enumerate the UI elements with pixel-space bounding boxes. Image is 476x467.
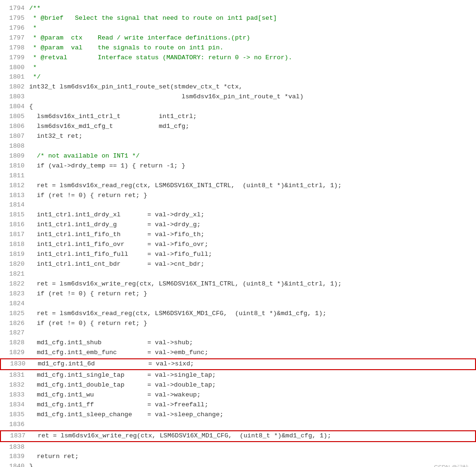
line-content: ret = lsm6dsv16x_read_reg(ctx, LSM6DSV16…	[29, 309, 326, 319]
table-row: 1821	[0, 269, 476, 279]
line-number: 1801	[2, 72, 24, 82]
line-number: 1820	[2, 260, 24, 269]
table-row: 1820 int1_ctrl.int1_cnt_bdr = val->cnt_b…	[0, 260, 476, 269]
line-content: if (ret != 0) { return ret; }	[29, 319, 147, 329]
table-row: 1823 if (ret != 0) { return ret; }	[0, 289, 476, 299]
table-row: 1839 return ret;	[0, 452, 476, 462]
line-number: 1796	[2, 24, 24, 33]
line-content: ret = lsm6dsv16x_write_reg(ctx, LSM6DSV1…	[29, 279, 341, 289]
table-row: 1794/**	[0, 4, 476, 14]
line-number: 1808	[2, 142, 24, 151]
table-row: 1808	[0, 142, 476, 151]
line-content: {	[29, 102, 33, 112]
line-content: * @retval Interface status (MANDATORY: r…	[29, 53, 292, 63]
line-number: 1830	[3, 359, 25, 369]
table-row: 1803 lsm6dsv16x_pin_int_route_t *val)	[0, 92, 476, 102]
line-content: lsm6dsv16x_md1_cfg_t md1_cfg;	[29, 122, 189, 132]
line-content: md1_cfg.int1_ff = val->freefall;	[29, 400, 208, 410]
line-content: md1_cfg.int1_wu = val->wakeup;	[29, 390, 201, 400]
line-number: 1813	[2, 191, 24, 201]
line-number: 1839	[2, 452, 24, 462]
line-number: 1837	[3, 431, 25, 441]
table-row: 1834 md1_cfg.int1_ff = val->freefall;	[0, 400, 476, 410]
table-row: 1809 /* not available on INT1 */	[0, 151, 476, 161]
table-row: 1810 if (val->drdy_temp == 1) { return -…	[0, 161, 476, 171]
line-number: 1810	[2, 161, 24, 171]
line-number: 1803	[2, 92, 24, 102]
line-content: int1_ctrl.int1_fifo_th = val->fifo_th;	[29, 230, 205, 240]
line-number: 1806	[2, 122, 24, 132]
line-number: 1824	[2, 299, 24, 309]
line-content: if (val->drdy_temp == 1) { return -1; }	[29, 161, 185, 171]
line-content: ret = lsm6dsv16x_read_reg(ctx, LSM6DSV16…	[29, 181, 341, 191]
line-content: int32_t ret;	[29, 132, 82, 142]
table-row: 1827	[0, 328, 476, 338]
line-content: lsm6dsv16x_pin_int_route_t *val)	[29, 92, 303, 102]
table-row: 1824	[0, 299, 476, 309]
line-number: 1818	[2, 240, 24, 250]
line-number: 1834	[2, 400, 24, 410]
line-number: 1817	[2, 230, 24, 240]
table-row: 1830 md1_cfg.int1_6d = val->sixd;	[0, 358, 476, 370]
line-content: /* not available on INT1 */	[29, 151, 140, 161]
line-number: 1800	[2, 63, 24, 73]
line-content: * @param ctx Read / write interface defi…	[29, 33, 250, 43]
table-row: 1819 int1_ctrl.int1_fifo_full = val->fif…	[0, 250, 476, 260]
line-number: 1833	[2, 390, 24, 400]
table-row: 1814	[0, 200, 476, 210]
line-number: 1821	[2, 269, 24, 279]
line-content: md1_cfg.int1_emb_func = val->emb_func;	[29, 348, 208, 358]
table-row: 1837 ret = lsm6dsv16x_write_reg(ctx, LSM…	[0, 430, 476, 442]
table-row: 1797 * @param ctx Read / write interface…	[0, 33, 476, 43]
table-row: 1825 ret = lsm6dsv16x_read_reg(ctx, LSM6…	[0, 309, 476, 319]
line-content: int1_ctrl.int1_fifo_ovr = val->fifo_ovr;	[29, 240, 208, 250]
table-row: 1835 md1_cfg.int1_sleep_change = val->sl…	[0, 410, 476, 420]
line-content: */	[29, 72, 40, 82]
line-number: 1838	[2, 443, 24, 452]
line-number: 1832	[2, 380, 24, 390]
line-content: * @param val the signals to route on int…	[29, 43, 223, 53]
table-row: 1818 int1_ctrl.int1_fifo_ovr = val->fifo…	[0, 240, 476, 250]
line-number: 1840	[2, 462, 24, 467]
line-content: md1_cfg.int1_double_tap = val->double_ta…	[29, 380, 216, 390]
line-number: 1825	[2, 309, 24, 319]
line-number: 1822	[2, 279, 24, 289]
table-row: 1800 *	[0, 63, 476, 73]
table-row: 1816 int1_ctrl.int1_drdy_g = val->drdy_g…	[0, 220, 476, 230]
table-row: 1822 ret = lsm6dsv16x_write_reg(ctx, LSM…	[0, 279, 476, 289]
line-content: * @brief Select the signal that need to …	[29, 14, 277, 24]
line-number: 1799	[2, 53, 24, 63]
line-content: int1_ctrl.int1_cnt_bdr = val->cnt_bdr;	[29, 260, 205, 269]
line-number: 1811	[2, 171, 24, 181]
line-number: 1829	[2, 348, 24, 358]
line-number: 1816	[2, 220, 24, 230]
table-row: 1829 md1_cfg.int1_emb_func = val->emb_fu…	[0, 348, 476, 358]
table-row: 1804{	[0, 102, 476, 112]
line-content: return ret;	[29, 452, 79, 462]
line-content: ret = lsm6dsv16x_write_reg(ctx, LSM6DSV1…	[30, 431, 331, 441]
line-content: if (ret != 0) { return ret; }	[29, 289, 147, 299]
table-row: 1798 * @param val the signals to route o…	[0, 43, 476, 53]
table-row: 1805 lsm6dsv16x_int1_ctrl_t int1_ctrl;	[0, 112, 476, 122]
line-content: /**	[29, 4, 40, 14]
line-content: md1_cfg.int1_sleep_change = val->sleep_c…	[29, 410, 223, 420]
code-container: 1794/**1795 * @brief Select the signal t…	[0, 0, 476, 467]
line-number: 1836	[2, 420, 24, 430]
code-lines: 1794/**1795 * @brief Select the signal t…	[0, 4, 476, 467]
line-content: int1_ctrl.int1_drdy_g = val->drdy_g;	[29, 220, 201, 230]
line-number: 1795	[2, 14, 24, 24]
line-content: int1_ctrl.int1_fifo_full = val->fifo_ful…	[29, 250, 212, 260]
table-row: 1828 md1_cfg.int1_shub = val->shub;	[0, 338, 476, 348]
line-number: 1798	[2, 43, 24, 53]
table-row: 1838	[0, 443, 476, 452]
line-number: 1835	[2, 410, 24, 420]
line-number: 1805	[2, 112, 24, 122]
line-number: 1807	[2, 132, 24, 142]
line-number: 1794	[2, 4, 24, 14]
line-content: md1_cfg.int1_shub = val->shub;	[29, 338, 193, 348]
table-row: 1831 md1_cfg.int1_single_tap = val->sing…	[0, 371, 476, 380]
line-content: *	[29, 63, 37, 73]
table-row: 1802int32_t lsm6dsv16x_pin_int1_route_se…	[0, 82, 476, 92]
table-row: 1813 if (ret != 0) { return ret; }	[0, 191, 476, 201]
table-row: 1833 md1_cfg.int1_wu = val->wakeup;	[0, 390, 476, 400]
